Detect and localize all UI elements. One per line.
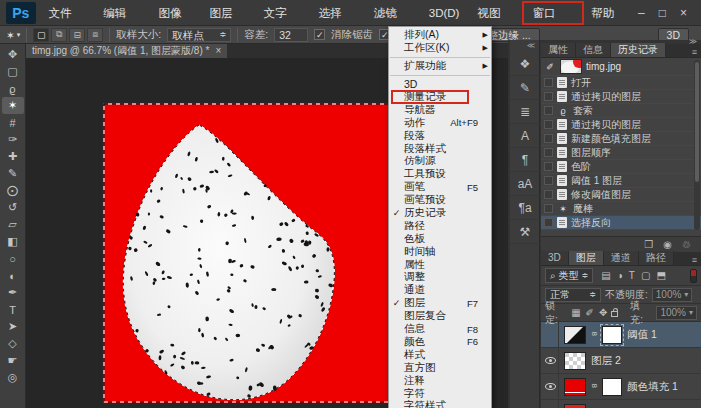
menu-item[interactable]: 颜色 F6 [389,335,491,348]
fill-input[interactable]: 100%▾ [656,306,697,320]
menu-item[interactable]: 信息 F8 [389,323,491,336]
anti-alias-checkbox[interactable]: ✓ [314,29,325,40]
layer-row[interactable]: 8 图层 2 [541,348,701,374]
visibility-toggle[interactable] [543,348,559,373]
panel-tab[interactable]: 3D [541,251,569,265]
history-snapshot-row[interactable]: ✐ timg.jpg [541,58,701,76]
layer-thumbnail[interactable] [564,326,586,344]
selection-mode-button[interactable]: ⧉ [51,28,67,42]
menu-item[interactable]: 色板 [389,232,491,245]
history-brush-well[interactable] [544,78,553,87]
menubar-item[interactable]: 滤镜(T) [365,3,420,23]
panel-tab[interactable]: 图层 [569,251,604,265]
menu-item[interactable]: 调整 [389,271,491,284]
menu-item[interactable]: 属性 [389,258,491,271]
panel-tab[interactable]: 历史记录 [611,43,666,57]
filter-toggle[interactable] [690,269,697,283]
menubar-item[interactable]: 窗口(W) [524,3,582,23]
menubar-item[interactable]: 文字(Y) [254,3,309,23]
menu-item[interactable]: 字符 [389,387,491,400]
menubar-item[interactable]: 编辑(E) [94,3,149,23]
menu-item[interactable]: 路径 [389,219,491,232]
menu-item[interactable]: 图层复合 [389,310,491,323]
history-brush-well[interactable] [544,204,553,213]
selection-mode-button[interactable]: ▢ [33,28,49,42]
opacity-input[interactable]: 100%▾ [652,288,693,302]
document-tab[interactable]: timg.jpg @ 66.7% (阈值 1, 图层蒙版/8) * × [26,44,227,58]
close-button[interactable]: × [680,6,687,20]
menu-item[interactable]: 工具预设 [389,168,491,181]
menubar-item[interactable]: 选择(S) [310,3,365,23]
layer-row[interactable]: 8 颜色填充 1 [541,374,701,400]
history-state-row[interactable]: 图层顺序 [541,146,701,160]
panel-tab[interactable]: 路径 [639,251,674,265]
history-brush-well[interactable] [544,120,553,129]
active-tool-preset[interactable]: ✶ ▾ [6,29,20,41]
collapse-panels-icon[interactable]: ≪ [510,40,539,52]
menu-item[interactable]: 测量记录 [389,91,491,104]
sample-size-select[interactable]: 取样点≑ [167,28,231,42]
menubar-item[interactable]: 文件(F) [40,3,95,23]
lock-all-icon[interactable] [611,311,618,317]
menubar-item[interactable]: 3D(D) [420,3,469,23]
panel-tab[interactable]: 通道 [604,251,639,265]
panel-tab[interactable]: 信息 [576,43,611,57]
menu-item[interactable]: 导航器 [389,103,491,116]
filter-type-select[interactable]: ⌕ 类型 ≑ [545,268,593,283]
history-brush-well[interactable] [544,162,553,171]
visibility-toggle[interactable] [543,374,559,399]
layer-row[interactable]: 8 [541,400,701,408]
history-brush-well[interactable] [544,190,553,199]
menu-item[interactable]: 画笔预设 [389,194,491,207]
history-state-row[interactable]: ✶ 魔棒 [541,202,701,216]
menu-item[interactable]: 排列(A) ▶ [389,29,491,42]
panel-menu-icon[interactable]: ≡ [692,255,701,265]
history-scrollbar[interactable] [694,60,700,230]
history-brush-source-icon[interactable]: ✐ [544,62,556,72]
menu-item[interactable]: 字符样式 [389,400,491,408]
menubar-item[interactable]: 图像(I) [149,3,200,23]
history-state-row[interactable]: 选择反向 [541,216,701,230]
history-state-row[interactable]: 新建颜色填充图层 [541,132,701,146]
menu-item[interactable]: 画笔 F5 [389,181,491,194]
panel-tab[interactable]: 属性 [541,43,576,57]
selection-mode-button[interactable]: ⧈ [87,28,103,42]
menu-item[interactable]: ✓ 图层 F7 [389,297,491,310]
menu-item[interactable]: 工作区(K) ▶ [389,42,491,55]
history-brush-well[interactable] [544,218,553,227]
menu-item[interactable]: 仿制源 [389,155,491,168]
menubar-item[interactable]: 图层(L) [200,3,254,23]
history-brush-well[interactable] [544,134,553,143]
menu-item[interactable]: 段落样式 [389,142,491,155]
history-state-row[interactable]: 通过拷贝的图层 [541,90,701,104]
history-brush-well[interactable] [544,148,553,157]
history-brush-well[interactable] [544,92,553,101]
maximize-button[interactable]: □ [659,6,666,20]
menu-item[interactable]: 直方图 [389,361,491,374]
layer-row[interactable]: 8 阈值 1 [541,322,701,348]
visibility-toggle[interactable] [543,322,559,347]
selection-mode-button[interactable]: ⊟ [69,28,85,42]
menu-item[interactable]: 注释 [389,374,491,387]
menu-item[interactable]: 通道 [389,284,491,297]
panel-menu-icon[interactable]: ≡ [692,47,701,57]
layer-mask-thumbnail[interactable] [602,326,622,344]
menu-item[interactable]: 动作 Alt+F9 [389,116,491,129]
history-state-row[interactable]: 修改阈值图层 [541,188,701,202]
history-brush-well[interactable] [544,176,553,185]
history-brush-well[interactable] [544,106,553,115]
layer-thumbnail[interactable] [564,352,586,370]
layer-thumbnail[interactable] [564,404,586,408]
layer-thumbnail[interactable] [564,378,586,396]
menu-item[interactable]: 扩展功能 ▶ [389,60,491,73]
menu-item[interactable]: 段落 [389,129,491,142]
history-state-row[interactable]: 阈值 1 图层 [541,174,701,188]
tab-close-icon[interactable]: × [215,44,221,58]
menu-item[interactable]: ✓ 历史记录 [389,207,491,220]
history-state-row[interactable]: 打开 [541,76,701,90]
history-state-row[interactable]: 通过拷贝的图层 [541,118,701,132]
visibility-toggle[interactable] [543,400,559,408]
history-state-row[interactable]: ϱ 套索 [541,104,701,118]
menu-item[interactable]: 样式 [389,348,491,361]
minimize-button[interactable]: – [638,6,645,20]
